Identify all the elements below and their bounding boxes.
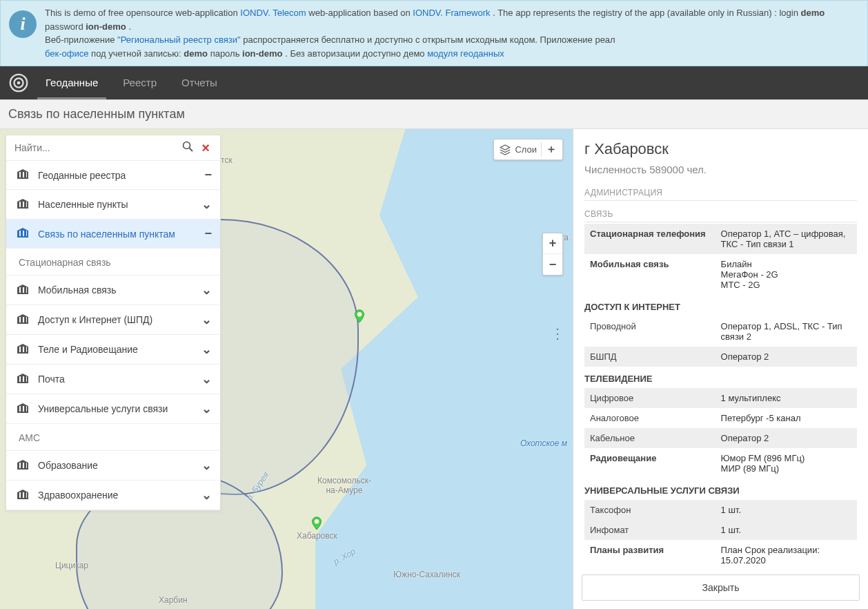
table-row: Планы развитияПлан Срок реализации: 15.0… <box>584 540 857 566</box>
sidebar: × Геоданные реестра − Населенные пункты … <box>6 135 221 511</box>
sidebar-item-label: Мобильная связь <box>38 284 193 296</box>
table-row: Таксофон1 шт. <box>584 500 857 520</box>
bank-icon <box>16 344 30 356</box>
sea-label-okhotsk: Охотское м <box>520 438 567 448</box>
bank-icon <box>16 490 30 501</box>
table-row: Мобильная связьБилайн МегаФон - 2G МТС -… <box>584 254 857 295</box>
table-row: ПроводнойОператор 1, ADSL, ТКС - Тип свя… <box>584 316 857 347</box>
link-regional[interactable]: "Региональный реестр связи" <box>117 35 240 45</box>
navbar: Геоданные Реестр Отчеты <box>0 66 868 99</box>
link-framework[interactable]: IONDV. Framework <box>413 8 490 18</box>
collapse-icon: − <box>204 226 212 241</box>
panel-subtitle: Численность 589000 чел. <box>584 164 857 175</box>
section-internet: ДОСТУП К ИНТЕРНЕТ <box>584 295 857 316</box>
sidebar-item-label: Связь по населенным пунктам <box>38 229 196 240</box>
table-row: Инфомат1 шт. <box>584 520 857 540</box>
bank-icon <box>16 460 30 472</box>
sidebar-item-internet[interactable]: Доступ к Интернет (ШПД) ⌄ <box>6 305 220 335</box>
city-label-harbin: Харбин <box>159 595 188 605</box>
link-telecom[interactable]: IONDV. Telecom <box>240 8 306 18</box>
search-input[interactable] <box>12 139 179 156</box>
svg-point-6 <box>315 519 319 523</box>
sidebar-item-label: Доступ к Интернет (ШПД) <box>38 314 193 325</box>
sidebar-item-comm-by-settlement[interactable]: Связь по населенным пунктам − <box>6 220 220 249</box>
sidebar-heading-ams: АМС <box>6 424 220 451</box>
bank-icon <box>16 169 30 181</box>
nav-registry[interactable]: Реестр <box>115 66 165 99</box>
nav-geodata[interactable]: Геоданные <box>37 66 106 99</box>
sidebar-heading-fixed: Стационарная связь <box>6 249 220 276</box>
plus-icon: ＋ <box>541 142 557 157</box>
sidebar-item-healthcare[interactable]: Здравоохранение ⌄ <box>6 481 220 510</box>
tv-table: Цифровое1 мультиплекс АналоговоеПетербур… <box>584 388 857 478</box>
sidebar-item-education[interactable]: Образование ⌄ <box>6 451 220 481</box>
section-admin: АДМИНИСТРАЦИЯ <box>584 184 857 201</box>
link-geodata[interactable]: модуля геоданных <box>427 48 504 59</box>
city-label-komsomolsk: Комсомольск-на-Амуре <box>317 476 371 495</box>
map-pin-khabarovsk[interactable] <box>309 516 324 531</box>
sidebar-item-label: Здравоохранение <box>38 490 193 501</box>
table-row: Стационарная телефонияОператор 1, АТС – … <box>584 224 857 254</box>
sidebar-item-mobile[interactable]: Мобильная связь ⌄ <box>6 276 220 305</box>
more-menu-icon[interactable]: ⋮ <box>551 329 563 338</box>
search-icon[interactable] <box>179 141 197 155</box>
chevron-down-icon: ⌄ <box>201 371 212 387</box>
zoom-control: + − <box>542 233 563 276</box>
chevron-down-icon: ⌄ <box>201 342 212 357</box>
banner-text: This is demo of free opensource web-appl… <box>45 6 859 60</box>
chevron-down-icon: ⌄ <box>201 197 212 212</box>
detail-panel: г Хабаровск Численность 589000 чел. АДМИ… <box>573 129 868 609</box>
svg-point-2 <box>17 81 21 85</box>
page-title: Связь по населенным пунктам <box>0 99 868 129</box>
svg-line-4 <box>190 148 193 152</box>
internet-table: ПроводнойОператор 1, ADSL, ТКС - Тип свя… <box>584 316 857 367</box>
layers-icon <box>500 144 511 155</box>
city-label-qiqihar: Цицикар <box>55 561 88 570</box>
univ-table: Таксофон1 шт. Инфомат1 шт. Планы развити… <box>584 500 857 566</box>
sidebar-item-geo-registry[interactable]: Геоданные реестра − <box>6 161 220 190</box>
section-tv: ТЕЛЕВИДЕНИЕ <box>584 367 857 388</box>
map-pin[interactable] <box>352 309 367 324</box>
sidebar-item-settlements[interactable]: Населенные пункты ⌄ <box>6 190 220 220</box>
chevron-down-icon: ⌄ <box>201 487 212 503</box>
sidebar-item-label: Почта <box>38 374 193 385</box>
info-banner: i This is demo of free opensource web-ap… <box>0 0 868 66</box>
sidebar-item-label: Теле и Радиовещание <box>38 344 193 355</box>
table-row: Цифровое1 мультиплекс <box>584 388 857 408</box>
bank-icon <box>16 228 30 240</box>
bank-icon <box>16 403 30 415</box>
table-row: БШПДОператор 2 <box>584 347 857 367</box>
sidebar-item-label: Образование <box>38 460 193 471</box>
app-logo-icon <box>8 72 29 93</box>
chevron-down-icon: ⌄ <box>201 401 212 416</box>
bank-icon <box>16 314 30 326</box>
chevron-down-icon: ⌄ <box>201 312 212 327</box>
layers-control[interactable]: Слои ＋ <box>493 139 563 160</box>
bank-icon <box>16 374 30 385</box>
city-label-yuzhno: Южно-Сахалинск <box>393 570 460 579</box>
sidebar-item-label: Населенные пункты <box>38 199 193 210</box>
info-icon: i <box>9 10 37 38</box>
city-label-khabarovsk: Хабаровск <box>297 531 337 541</box>
chevron-down-icon: ⌄ <box>201 458 212 473</box>
close-button[interactable]: Закрыть <box>582 574 860 601</box>
chevron-down-icon: ⌄ <box>201 282 212 298</box>
close-icon[interactable]: × <box>197 141 215 155</box>
layers-label: Слои <box>515 144 537 155</box>
section-universal: УНИВЕРСАЛЬНЫЕ УСЛУГИ СВЯЗИ <box>584 478 857 500</box>
nav-reports[interactable]: Отчеты <box>173 66 226 99</box>
zoom-out-button[interactable]: − <box>543 254 562 275</box>
comm-table: Стационарная телефонияОператор 1, АТС – … <box>584 224 857 295</box>
collapse-icon: − <box>204 168 212 182</box>
sidebar-item-label: Универсальные услуги связи <box>38 403 193 414</box>
sidebar-item-post[interactable]: Почта ⌄ <box>6 365 220 394</box>
bank-icon <box>16 284 30 296</box>
zoom-in-button[interactable]: + <box>543 233 562 254</box>
sidebar-item-tv-radio[interactable]: Теле и Радиовещание ⌄ <box>6 335 220 365</box>
sidebar-item-universal[interactable]: Универсальные услуги связи ⌄ <box>6 394 220 424</box>
panel-title: г Хабаровск <box>584 140 857 158</box>
svg-point-5 <box>357 312 362 316</box>
bank-icon <box>16 199 30 211</box>
table-row: КабельноеОператор 2 <box>584 428 857 448</box>
link-backoffice[interactable]: бек-офисе <box>45 48 88 59</box>
